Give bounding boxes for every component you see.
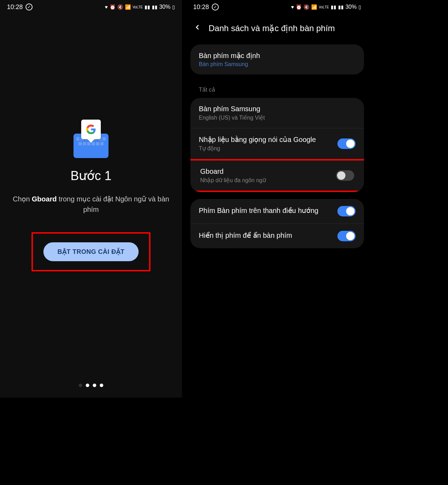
- enable-in-settings-button[interactable]: BẬT TRONG CÀI ĐẶT: [43, 242, 139, 261]
- item-title: Hiển thị phím để ẩn bàn phím: [199, 231, 337, 240]
- default-keyboard-card[interactable]: Bàn phím mặc định Bàn phím Samsung: [190, 44, 364, 74]
- battery-icon: ▯: [358, 4, 361, 10]
- status-bar: 10:28 ✓ ♥ ⏰ 🔇 📶 VoLTE ▮▮ ▮▮ 30% ▯: [186, 0, 368, 14]
- step-title: Bước 1: [70, 169, 111, 183]
- setting-show-hide-keyboard-button[interactable]: Hiển thị phím để ẩn bàn phím: [190, 224, 364, 248]
- setting-keyboard-button-navbar[interactable]: Phím Bàn phím trên thanh điều hướng: [190, 199, 364, 224]
- dot: [100, 384, 103, 387]
- mute-icon: 🔇: [303, 4, 309, 10]
- step-description: Chọn Gboard trong mục cài đặt Ngôn ngữ v…: [10, 194, 172, 215]
- default-keyboard-value: Bàn phím Samsung: [199, 61, 356, 67]
- gboard-logo: [72, 120, 110, 158]
- item-subtitle: Tự động: [199, 145, 337, 152]
- item-title: Gboard: [200, 167, 336, 176]
- keyboard-settings-screen: 10:28 ✓ ♥ ⏰ 🔇 📶 VoLTE ▮▮ ▮▮ 30% ▯ Danh s…: [186, 0, 368, 398]
- toggle-navbar-keyboard[interactable]: [337, 206, 356, 216]
- status-time: 10:28: [193, 3, 209, 11]
- dot: [79, 384, 82, 387]
- google-g-icon: [81, 120, 101, 139]
- todo-icon: ✓: [212, 3, 219, 10]
- dot: [93, 384, 96, 387]
- heart-icon: ♥: [291, 4, 294, 10]
- page-title: Danh sách và mặc định bàn phím: [209, 23, 335, 33]
- keyboard-item-samsung[interactable]: Bàn phím Samsung English (US) và Tiếng V…: [190, 98, 364, 128]
- gboard-setup-screen: 10:28 ✓ ♥ ⏰ 🔇 📶 VoLTE ▮▮ ▮▮ 30% ▯: [0, 0, 182, 398]
- item-subtitle: English (US) và Tiếng Việt: [199, 114, 356, 121]
- default-keyboard-title: Bàn phím mặc định: [199, 51, 356, 60]
- highlight-annotation: BẬT TRONG CÀI ĐẶT: [31, 232, 150, 271]
- toggle-hide-keyboard[interactable]: [337, 231, 356, 241]
- signal-icon: ▮▮: [331, 4, 336, 10]
- status-icons: ♥ ⏰ 🔇 📶 VoLTE ▮▮ ▮▮ 30% ▯: [291, 4, 361, 10]
- section-label: Tất cả: [190, 81, 364, 98]
- toggle-gboard[interactable]: [336, 170, 354, 181]
- page-indicator: [79, 384, 103, 387]
- keyboard-item-google-voice[interactable]: Nhập liệu bằng giọng nói của Google Tự đ…: [190, 128, 364, 159]
- wifi-icon: 📶: [311, 4, 317, 10]
- back-button[interactable]: [193, 23, 202, 34]
- volte-icon: VoLTE: [319, 5, 329, 9]
- item-subtitle: Nhập dữ liệu đa ngôn ngữ: [200, 177, 336, 184]
- highlight-annotation: Gboard Nhập dữ liệu đa ngôn ngữ: [190, 159, 364, 192]
- toggle-google-voice[interactable]: [337, 138, 356, 149]
- item-title: Phím Bàn phím trên thanh điều hướng: [199, 206, 337, 215]
- battery-percent: 30%: [345, 4, 357, 10]
- signal-icon-2: ▮▮: [338, 4, 344, 10]
- keyboard-item-gboard[interactable]: Gboard Nhập dữ liệu đa ngôn ngữ: [190, 161, 364, 191]
- item-title: Bàn phím Samsung: [199, 105, 356, 113]
- alarm-icon: ⏰: [296, 4, 302, 10]
- dot-active: [86, 384, 89, 387]
- item-title: Nhập liệu bằng giọng nói của Google: [199, 135, 337, 144]
